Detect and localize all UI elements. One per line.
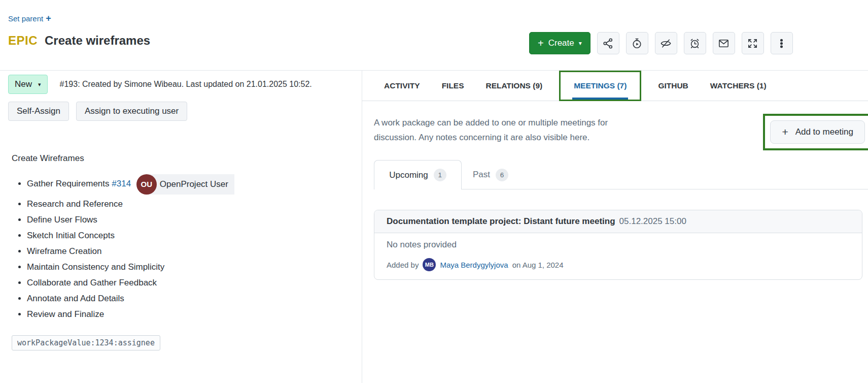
meeting-datetime: 05.12.2025 15:00 bbox=[619, 216, 686, 227]
work-package-type-badge[interactable]: EPIC bbox=[8, 34, 38, 48]
chevron-down-icon: ▾ bbox=[579, 40, 582, 47]
self-assign-button[interactable]: Self-Assign bbox=[8, 102, 69, 121]
added-by-label: Added by bbox=[387, 261, 419, 269]
work-package-side-panel: ACTIVITY FILES RELATIONS (9) MEETINGS (7… bbox=[362, 71, 868, 383]
meeting-notes: No notes provided bbox=[374, 233, 862, 254]
upcoming-count-badge: 1 bbox=[434, 169, 446, 181]
tab-github[interactable]: GITHUB bbox=[658, 81, 688, 90]
mail-icon bbox=[718, 38, 730, 49]
tab-relations[interactable]: RELATIONS (9) bbox=[486, 81, 543, 90]
list-item: Maintain Consistency and Simplicity bbox=[27, 261, 362, 273]
meeting-card-header: Documentation template project: Distant … bbox=[374, 210, 862, 233]
add-to-meeting-button[interactable]: + Add to meeting bbox=[770, 120, 865, 144]
plus-icon: + bbox=[782, 126, 788, 138]
fullscreen-icon bbox=[747, 38, 758, 49]
mention-user-name: OpenProject User bbox=[149, 174, 234, 195]
tab-meetings-active-highlighted[interactable]: MEETINGS (7) bbox=[559, 71, 641, 101]
description-heading: Create Wireframes bbox=[12, 153, 362, 164]
stopwatch-icon bbox=[631, 38, 643, 49]
tab-watchers[interactable]: WATCHERS (1) bbox=[710, 81, 767, 90]
avatar: OU bbox=[136, 174, 157, 195]
added-on-date: on Aug 1, 2024 bbox=[512, 261, 564, 269]
description-list: Gather Requirements #314 OU OpenProject … bbox=[12, 174, 362, 321]
toolbar: + Create ▾ bbox=[529, 32, 793, 54]
work-package-meta: #193: Created by Simone Wibeau. Last upd… bbox=[60, 80, 312, 89]
tab-files[interactable]: FILES bbox=[442, 81, 464, 90]
meeting-title-link[interactable]: Documentation template project: Distant … bbox=[387, 216, 615, 227]
share-button[interactable] bbox=[597, 32, 619, 54]
chevron-down-icon: ▾ bbox=[38, 81, 41, 88]
subtab-past-label: Past bbox=[473, 170, 490, 180]
list-item: Research and Reference bbox=[27, 198, 362, 210]
list-item: Gather Requirements #314 OU OpenProject … bbox=[27, 174, 362, 195]
work-package-title-row: EPIC Create wireframes bbox=[8, 34, 150, 48]
past-count-badge: 6 bbox=[496, 169, 508, 181]
status-label: New bbox=[15, 79, 32, 89]
eye-off-icon bbox=[660, 38, 672, 49]
meetings-intro-text: A work package can be added to one or mu… bbox=[374, 115, 640, 145]
set-parent-link[interactable]: Set parent+ bbox=[8, 13, 51, 24]
subtab-upcoming[interactable]: Upcoming 1 bbox=[374, 160, 462, 189]
status-row: New ▾ #193: Created by Simone Wibeau. La… bbox=[8, 75, 362, 94]
plus-icon: + bbox=[538, 38, 544, 49]
meeting-card-footer: Added by MB Maya Berdygylyjova on Aug 1,… bbox=[374, 254, 862, 279]
work-package-link[interactable]: #314 bbox=[112, 179, 131, 188]
more-menu-button[interactable] bbox=[771, 32, 793, 54]
share-icon bbox=[602, 38, 614, 49]
status-dropdown[interactable]: New ▾ bbox=[8, 75, 48, 94]
meeting-card: Documentation template project: Distant … bbox=[374, 210, 862, 280]
kebab-menu-icon bbox=[776, 38, 787, 49]
list-item: Wireframe Creation bbox=[27, 245, 362, 258]
plus-icon: + bbox=[46, 13, 51, 23]
assign-executing-user-button[interactable]: Assign to executing user bbox=[76, 102, 187, 121]
meetings-subtabs: Upcoming 1 Past 6 bbox=[374, 160, 868, 189]
reminder-button[interactable] bbox=[684, 32, 706, 54]
create-button-label: Create bbox=[548, 38, 574, 48]
macro-code-chip: workPackageValue:1234:assignee bbox=[12, 335, 160, 350]
add-to-meeting-highlight-box: + Add to meeting bbox=[763, 114, 868, 150]
user-mention[interactable]: OU OpenProject User bbox=[136, 174, 234, 195]
list-item: Collaborate and Gather Feedback bbox=[27, 277, 362, 289]
work-package-details-panel: New ▾ #193: Created by Simone Wibeau. La… bbox=[0, 71, 362, 350]
detail-tabs: ACTIVITY FILES RELATIONS (9) MEETINGS (7… bbox=[362, 71, 868, 101]
assign-actions-row: Self-Assign Assign to executing user bbox=[8, 102, 362, 121]
time-tracking-button[interactable] bbox=[626, 32, 648, 54]
list-item: Define User Flows bbox=[27, 214, 362, 226]
page-title[interactable]: Create wireframes bbox=[45, 34, 150, 48]
avatar: MB bbox=[423, 258, 436, 271]
notification-settings-button[interactable] bbox=[713, 32, 735, 54]
list-item-text: Gather Requirements bbox=[27, 179, 110, 188]
set-parent-label: Set parent bbox=[8, 14, 43, 23]
list-item: Sketch Initial Concepts bbox=[27, 230, 362, 242]
list-item: Annotate and Add Details bbox=[27, 293, 362, 305]
unwatch-button[interactable] bbox=[655, 32, 677, 54]
fullscreen-button[interactable] bbox=[742, 32, 764, 54]
subtab-upcoming-label: Upcoming bbox=[389, 170, 428, 180]
added-by-user-link[interactable]: Maya Berdygylyjova bbox=[440, 261, 508, 269]
list-item: Review and Finalize bbox=[27, 308, 362, 321]
add-to-meeting-label: Add to meeting bbox=[795, 127, 853, 137]
tab-activity[interactable]: ACTIVITY bbox=[384, 81, 420, 90]
alarm-clock-icon bbox=[689, 38, 701, 49]
subtab-past[interactable]: Past 6 bbox=[473, 160, 508, 189]
create-button[interactable]: + Create ▾ bbox=[529, 32, 591, 54]
